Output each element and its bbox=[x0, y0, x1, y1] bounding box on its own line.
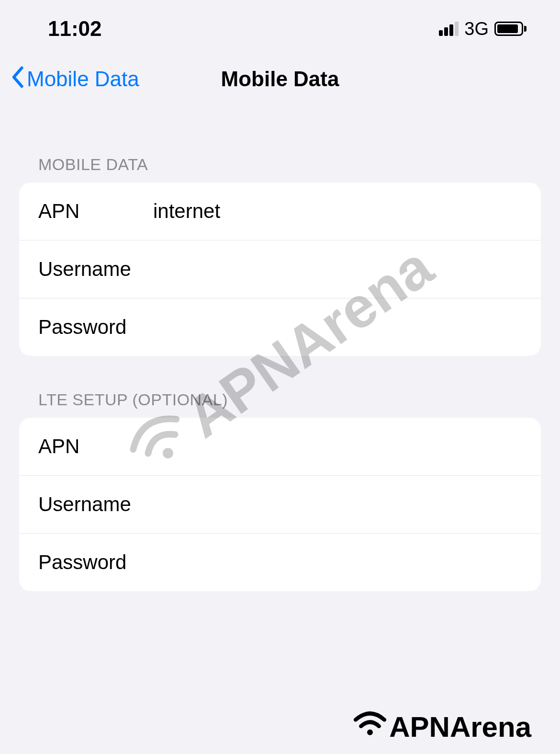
input-password[interactable] bbox=[153, 316, 522, 339]
settings-group-lte: APN Username Password bbox=[19, 418, 541, 591]
section-header-mobile-data: MOBILE DATA bbox=[0, 112, 560, 183]
section-header-lte: LTE SETUP (OPTIONAL) bbox=[0, 356, 560, 418]
row-lte-apn[interactable]: APN bbox=[19, 418, 541, 476]
back-label: Mobile Data bbox=[27, 67, 139, 91]
status-bar: 11:02 3G bbox=[0, 0, 560, 48]
svg-point-1 bbox=[367, 730, 373, 735]
input-lte-password[interactable] bbox=[153, 551, 522, 574]
label-password: Password bbox=[38, 316, 153, 339]
wifi-icon bbox=[351, 709, 389, 744]
brand-text: APNArena bbox=[389, 710, 531, 743]
navigation-bar: Mobile Data Mobile Data bbox=[0, 48, 560, 112]
input-lte-username[interactable] bbox=[153, 493, 522, 516]
row-lte-username[interactable]: Username bbox=[19, 476, 541, 534]
back-button[interactable]: Mobile Data bbox=[10, 66, 139, 93]
row-username[interactable]: Username bbox=[19, 240, 541, 298]
input-username[interactable] bbox=[153, 258, 522, 281]
label-username: Username bbox=[38, 258, 153, 281]
status-right: 3G bbox=[439, 19, 526, 39]
status-time: 11:02 bbox=[48, 17, 102, 41]
row-lte-password[interactable]: Password bbox=[19, 534, 541, 591]
brand-logo: APNArena bbox=[351, 709, 531, 744]
signal-icon bbox=[439, 22, 459, 36]
row-apn[interactable]: APN bbox=[19, 183, 541, 240]
settings-group-mobile-data: APN Username Password bbox=[19, 183, 541, 356]
label-apn: APN bbox=[38, 200, 153, 223]
network-type: 3G bbox=[464, 19, 489, 39]
label-lte-password: Password bbox=[38, 551, 153, 574]
battery-icon bbox=[494, 22, 526, 36]
label-lte-apn: APN bbox=[38, 435, 153, 458]
chevron-left-icon bbox=[10, 66, 25, 93]
row-password[interactable]: Password bbox=[19, 298, 541, 356]
label-lte-username: Username bbox=[38, 493, 153, 516]
input-apn[interactable] bbox=[153, 200, 522, 223]
input-lte-apn[interactable] bbox=[153, 435, 522, 458]
